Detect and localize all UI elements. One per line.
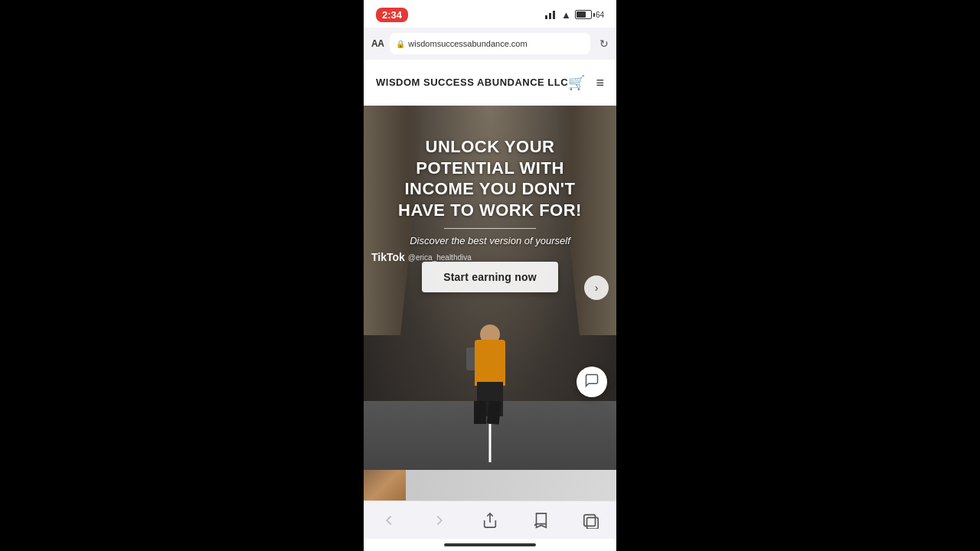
tabs-button[interactable] <box>576 507 606 533</box>
home-indicator <box>364 539 616 551</box>
site-title: WISDOM SUCCESS ABUNDANCE LLC <box>376 77 568 90</box>
share-button[interactable] <box>475 507 505 533</box>
chevron-right-icon: › <box>595 282 599 294</box>
hero-section: TikTok @erica_healthdiva › UNLOCK YOUR P… <box>364 106 616 470</box>
hero-headline: UNLOCK YOUR POTENTIAL WITH INCOME YOU DO… <box>379 136 601 220</box>
person-silhouette <box>463 317 517 424</box>
chat-button[interactable] <box>577 367 607 397</box>
status-bar: 2:34 ▲ 64 <box>364 0 616 28</box>
next-slide-button[interactable]: › <box>584 276 609 300</box>
person-jacket <box>475 340 505 386</box>
battery-level: 64 <box>596 11 604 19</box>
person-left-leg <box>474 401 486 424</box>
cart-icon[interactable]: 🛒 <box>568 74 585 91</box>
chat-icon <box>584 373 599 392</box>
strip-thumbnail <box>364 470 406 500</box>
forward-button[interactable] <box>424 507 455 533</box>
content-strip <box>364 470 616 500</box>
wifi-icon: ▲ <box>561 9 571 21</box>
url-text: wisdomsuccessabundance.com <box>408 39 527 48</box>
signal-icon <box>545 10 557 19</box>
browser-bar: AA 🔒 wisdomsuccessabundance.com ↻ <box>364 28 616 60</box>
site-header: WISDOM SUCCESS ABUNDANCE LLC 🛒 ≡ <box>364 60 616 106</box>
browser-bottom-bar <box>364 500 616 539</box>
back-button[interactable] <box>374 507 404 533</box>
svg-rect-1 <box>584 514 596 526</box>
hero-subtitle: Discover the best version of yourself <box>410 235 570 246</box>
home-bar <box>444 543 536 546</box>
phone-frame: 2:34 ▲ 64 AA 🔒 wisdomsuccessabundance.co… <box>364 0 616 551</box>
header-icons: 🛒 ≡ <box>568 74 604 91</box>
url-bar[interactable]: 🔒 wisdomsuccessabundance.com <box>390 33 590 54</box>
refresh-button[interactable]: ↻ <box>599 37 609 50</box>
road-center-line <box>489 424 492 462</box>
start-earning-button[interactable]: Start earning now <box>422 262 558 292</box>
hero-divider <box>444 228 536 229</box>
battery-icon: 64 <box>575 10 604 19</box>
lock-icon: 🔒 <box>396 40 405 48</box>
person-right-leg <box>487 400 501 424</box>
aa-button[interactable]: AA <box>371 38 384 49</box>
status-icons: ▲ 64 <box>545 9 604 21</box>
hero-content: UNLOCK YOUR POTENTIAL WITH INCOME YOU DO… <box>364 136 616 292</box>
bookmarks-button[interactable] <box>525 507 556 533</box>
strip-content <box>406 470 616 500</box>
menu-icon[interactable]: ≡ <box>596 75 604 91</box>
status-time: 2:34 <box>376 8 408 22</box>
svg-rect-2 <box>587 517 599 529</box>
